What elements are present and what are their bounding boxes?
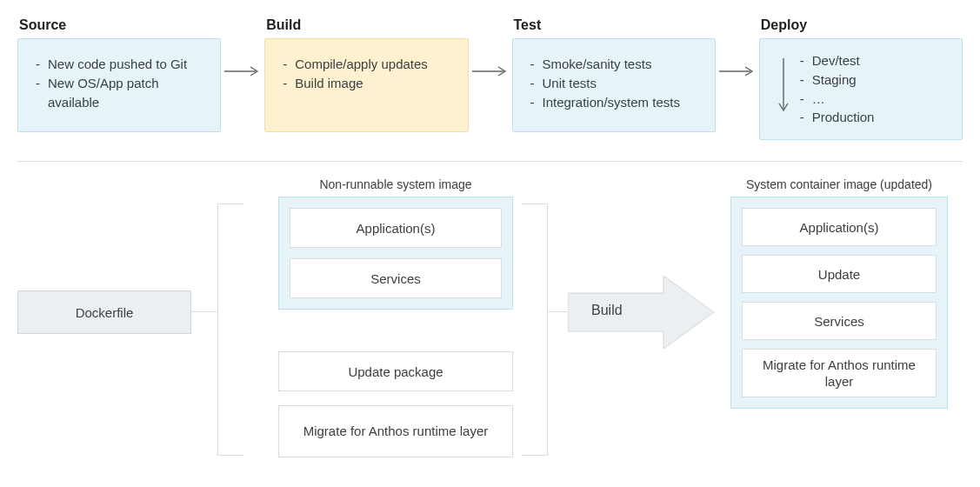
- non-runnable-caption: Non-runnable system image: [278, 177, 513, 191]
- list-item: Build image: [291, 74, 453, 93]
- build-arrow-icon: [568, 276, 716, 351]
- list-item: New OS/App patch available: [44, 74, 206, 112]
- stage-title: Deploy: [761, 17, 963, 33]
- arrow-icon: [716, 17, 759, 77]
- list-item: Unit tests: [539, 74, 701, 93]
- list-item: Compile/apply updates: [291, 55, 453, 74]
- stage-title: Test: [514, 17, 716, 33]
- connector-line: [217, 455, 243, 456]
- list-item: Integration/system tests: [539, 93, 701, 112]
- layer-block: Application(s): [290, 208, 502, 248]
- connector-line: [547, 311, 568, 312]
- layer-block: Update: [742, 255, 937, 293]
- list-item: Smoke/sanity tests: [539, 55, 701, 74]
- stage-box: New code pushed to Git New OS/App patch …: [17, 38, 221, 132]
- list-item: Staging: [809, 70, 953, 90]
- stage-title: Build: [266, 17, 468, 33]
- layer-block: Application(s): [742, 208, 937, 246]
- dockerfile-block: Dockerfile: [17, 290, 191, 334]
- build-arrow-label: Build: [591, 303, 623, 318]
- stage-test: Test Smoke/sanity tests Unit tests Integ…: [512, 17, 716, 132]
- connector-line: [217, 203, 218, 456]
- arrow-icon: [221, 17, 264, 77]
- list-item: New code pushed to Git: [44, 55, 206, 74]
- stage-title: Source: [19, 17, 221, 33]
- stage-box: Smoke/sanity tests Unit tests Integratio…: [512, 38, 716, 132]
- down-arrow-icon: [769, 51, 798, 127]
- stage-deploy: Deploy Dev/test Staging … Production: [759, 17, 963, 140]
- arrow-icon: [469, 17, 512, 77]
- layer-block: Update package: [278, 351, 513, 391]
- list-item: …: [809, 90, 953, 109]
- build-detail-diagram: Dockerfile Non-runnable system image App…: [17, 177, 963, 473]
- connector-line: [522, 203, 548, 204]
- divider: [17, 161, 963, 162]
- svg-marker-4: [568, 276, 714, 349]
- non-runnable-group: Application(s) Services: [278, 197, 513, 310]
- stage-source: Source New code pushed to Git New OS/App…: [17, 17, 221, 132]
- updated-group: Application(s) Update Services Migrate f…: [730, 197, 948, 409]
- stage-build: Build Compile/apply updates Build image: [264, 17, 468, 132]
- connector-line: [191, 311, 217, 312]
- layer-block: Services: [742, 302, 937, 340]
- layer-block: Migrate for Anthos runtime layer: [742, 349, 937, 397]
- pipeline-row: Source New code pushed to Git New OS/App…: [17, 17, 963, 140]
- updated-caption: System container image (updated): [730, 177, 948, 191]
- stage-box: Compile/apply updates Build image: [264, 38, 468, 132]
- connector-line: [522, 455, 548, 456]
- layer-block: Migrate for Anthos runtime layer: [278, 405, 513, 457]
- layer-block: Services: [290, 258, 502, 298]
- stage-box: Dev/test Staging … Production: [759, 38, 963, 140]
- connector-line: [217, 203, 243, 204]
- list-item: Dev/test: [809, 51, 953, 70]
- connector-line: [547, 203, 548, 456]
- list-item: Production: [809, 108, 953, 127]
